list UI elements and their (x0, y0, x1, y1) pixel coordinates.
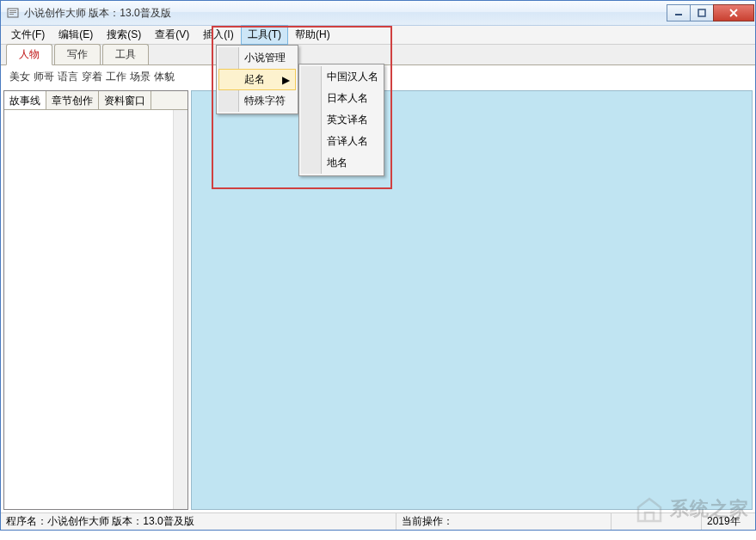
menu-insert[interactable]: 插入(I) (196, 25, 240, 45)
menu-help[interactable]: 帮助(H) (288, 25, 337, 45)
svg-rect-1 (9, 10, 16, 11)
tool-work[interactable]: 工作 (106, 70, 126, 84)
left-content (4, 110, 187, 509)
app-icon (6, 6, 20, 20)
naming-submenu: 中国汉人名 日本人名 英文译名 音译人名 地名 (298, 64, 384, 176)
svg-rect-4 (675, 14, 682, 15)
menu-novel-manage[interactable]: 小说管理 (218, 47, 296, 69)
menu-file[interactable]: 文件(F) (4, 25, 52, 45)
submenu-english-name[interactable]: 英文译名 (301, 109, 382, 131)
tab-tools[interactable]: 工具 (102, 44, 149, 64)
left-scrollbar[interactable] (173, 110, 187, 509)
ltab-chapters[interactable]: 章节创作 (46, 91, 99, 109)
left-tabs: 故事线 章节创作 资料窗口 (4, 91, 187, 110)
status-program: 程序名： 小说创作大师 版本：13.0普及版 (1, 513, 396, 530)
menu-search[interactable]: 搜索(S) (100, 25, 148, 45)
submenu-place-name[interactable]: 地名 (301, 152, 382, 174)
svg-rect-5 (698, 9, 705, 16)
submenu-arrow-icon: ▶ (282, 74, 290, 86)
tool-appearance[interactable]: 体貌 (154, 70, 175, 84)
tool-clothing[interactable]: 穿着 (82, 70, 102, 84)
ltab-storyline[interactable]: 故事线 (4, 91, 46, 109)
maximize-button[interactable] (690, 4, 714, 21)
tabbar: 人物 写作 工具 (1, 45, 755, 65)
window-controls (667, 4, 754, 21)
svg-rect-2 (9, 12, 16, 13)
status-op-label: 当前操作： (402, 514, 453, 529)
status-program-value: 小说创作大师 版本：13.0普及版 (47, 514, 194, 529)
status-year: 2019年 (702, 513, 755, 530)
status-operation: 当前操作： (396, 513, 612, 530)
tool-handsome[interactable]: 师哥 (34, 70, 54, 84)
submenu-transliteration[interactable]: 音译人名 (301, 131, 382, 152)
tab-writing[interactable]: 写作 (54, 44, 101, 64)
tab-character[interactable]: 人物 (6, 44, 52, 65)
left-panel: 故事线 章节创作 资料窗口 (3, 90, 188, 510)
tool-language[interactable]: 语言 (58, 70, 78, 84)
statusbar: 程序名： 小说创作大师 版本：13.0普及版 当前操作： 2019年 (1, 512, 755, 530)
status-blank (612, 513, 702, 530)
tools-dropdown: 小说管理 起名▶ 特殊字符 (216, 45, 298, 114)
tool-beauty[interactable]: 美女 (9, 70, 30, 84)
window-title: 小说创作大师 版本：13.0普及版 (24, 6, 667, 21)
submenu-japanese-name[interactable]: 日本人名 (301, 88, 382, 109)
titlebar: 小说创作大师 版本：13.0普及版 (1, 1, 755, 26)
tool-scene[interactable]: 场景 (130, 70, 151, 84)
editor-area[interactable] (191, 90, 753, 510)
close-button[interactable] (713, 4, 754, 21)
submenu-chinese-name[interactable]: 中国汉人名 (301, 66, 382, 88)
status-program-label: 程序名： (6, 514, 47, 529)
minimize-button[interactable] (667, 4, 691, 21)
ltab-resources[interactable]: 资料窗口 (99, 91, 151, 109)
menu-special-chars[interactable]: 特殊字符 (218, 90, 296, 112)
menu-view[interactable]: 查看(V) (148, 25, 196, 45)
menubar: 文件(F) 编辑(E) 搜索(S) 查看(V) 插入(I) 工具(T) 帮助(H… (1, 26, 755, 45)
menu-edit[interactable]: 编辑(E) (52, 25, 100, 45)
menu-naming[interactable]: 起名▶ (218, 69, 296, 90)
svg-rect-3 (9, 14, 14, 15)
menu-tools[interactable]: 工具(T) (241, 25, 288, 45)
